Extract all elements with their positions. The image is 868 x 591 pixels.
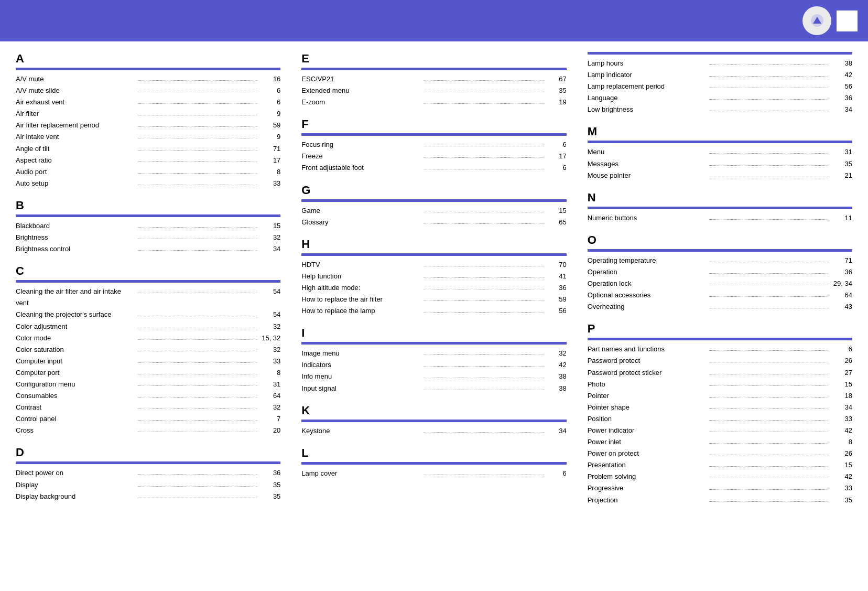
entry-dots [424, 151, 544, 158]
top-icon[interactable] [802, 6, 831, 35]
entry-name: Menu [588, 146, 708, 158]
section-D: DDirect power on36Display35Display backg… [16, 446, 280, 502]
entry-page: 64 [259, 390, 280, 402]
index-entry: Problem solving42 [588, 471, 852, 482]
index-entry: Angle of tilt71 [16, 143, 280, 155]
entry-page: 36 [831, 92, 852, 104]
entry-name: Brightness [16, 232, 136, 243]
entry-page: 36 [259, 467, 280, 479]
index-entry: Color mode15, 32 [16, 332, 280, 344]
entry-page: 9 [259, 131, 280, 143]
entry-page: 11 [831, 212, 852, 224]
entry-name: Color mode [16, 332, 136, 344]
index-entry: Operation lock29, 34 [588, 278, 852, 289]
entry-name: Part names and functions [588, 343, 708, 355]
entry-name: Direct power on [16, 467, 136, 479]
entry-dots [709, 379, 829, 386]
entry-dots [138, 120, 258, 127]
entry-name: Aspect ratio [16, 155, 136, 166]
entry-dots [424, 162, 544, 169]
index-entry: A/V mute16 [16, 73, 280, 85]
index-entry: Menu31 [588, 146, 852, 158]
entry-dots [424, 205, 544, 212]
section-bar [301, 253, 566, 256]
entry-page: 6 [259, 85, 280, 96]
index-entry: Password protect26 [588, 355, 852, 367]
entry-name: Air exhaust vent [16, 96, 136, 108]
section-L: LLamp cover6 [301, 446, 566, 479]
entry-page: 8 [259, 367, 280, 379]
section-E: EESC/VP2167Extended menu35E-zoom19 [301, 52, 566, 108]
index-entry: Input signal38 [301, 383, 566, 394]
entry-dots [424, 282, 544, 289]
entry-name: Angle of tilt [16, 143, 136, 155]
entry-dots [424, 348, 544, 355]
entry-dots [138, 367, 258, 374]
entry-page: 33 [259, 356, 280, 367]
index-entry: Glossary65 [301, 217, 566, 228]
entry-dots [138, 131, 258, 138]
entry-name: How to replace the air filter [301, 294, 421, 305]
entry-dots [138, 491, 258, 498]
entry-page: 32 [259, 321, 280, 332]
entry-name: E-zoom [301, 96, 421, 108]
index-entry: Direct power on36 [16, 467, 280, 479]
entry-page: 15 [831, 459, 852, 471]
entry-page: 29, 34 [831, 278, 852, 289]
entry-page: 17 [546, 151, 567, 162]
entry-page: 38 [546, 371, 567, 382]
section-bar [301, 133, 566, 136]
index-entry: Mouse pointer21 [588, 170, 852, 181]
entry-page: 42 [831, 69, 852, 81]
entry-name: Progressive [588, 482, 708, 494]
entry-dots [709, 278, 829, 285]
entry-page: 32 [546, 348, 567, 359]
entry-name: A/V mute [16, 73, 136, 85]
entry-page: 19 [546, 96, 567, 108]
entry-dots [709, 92, 829, 100]
entry-name: How to replace the lamp [301, 305, 421, 317]
entry-page: 34 [831, 104, 852, 115]
entry-page: 36 [546, 282, 567, 294]
entry-name: Lamp replacement period [588, 81, 708, 92]
index-entry: Numeric buttons11 [588, 212, 852, 224]
section-H: HHDTV70Help function41High altitude mode… [301, 238, 566, 317]
section-N: NNumeric buttons11 [588, 191, 852, 224]
index-entry: Configuration menu31 [16, 379, 280, 390]
entry-dots [138, 425, 258, 432]
index-entry: Overheating43 [588, 301, 852, 313]
index-entry: Indicators42 [301, 359, 566, 371]
entry-dots [709, 436, 829, 444]
index-entry: Display35 [16, 479, 280, 491]
entry-name: Password protect [588, 355, 708, 367]
index-entry: Password protect sticker27 [588, 367, 852, 379]
entry-page: 35 [259, 491, 280, 502]
entry-page: 26 [831, 355, 852, 367]
entry-name: High altitude mode: [301, 282, 421, 294]
entry-name: Help function [301, 271, 421, 282]
index-entry: High altitude mode:36 [301, 282, 566, 294]
entry-name: Contrast [16, 402, 136, 413]
entry-name: ESC/VP21 [301, 73, 421, 85]
section-letter: K [301, 404, 566, 417]
index-entry: Extended menu35 [301, 85, 566, 96]
entry-dots [709, 289, 829, 297]
entry-page: 6 [831, 343, 852, 355]
entry-page: 8 [259, 166, 280, 178]
entry-page: 34 [259, 243, 280, 255]
entry-page: 34 [546, 425, 567, 437]
section-bar [588, 338, 852, 340]
entry-dots [709, 343, 829, 351]
entry-dots [424, 139, 544, 146]
entry-name: Color adjustment [16, 321, 136, 332]
index-entry: Language36 [588, 92, 852, 104]
index-entry: Game15 [301, 205, 566, 217]
entry-dots [709, 255, 829, 262]
entry-page: 21 [831, 170, 852, 181]
entry-dots [709, 425, 829, 432]
index-entry: Air intake vent9 [16, 131, 280, 143]
index-entry: Power on protect26 [588, 448, 852, 459]
section-bar [16, 68, 280, 70]
entry-name: Pointer [588, 390, 708, 402]
section-bar [16, 461, 280, 464]
